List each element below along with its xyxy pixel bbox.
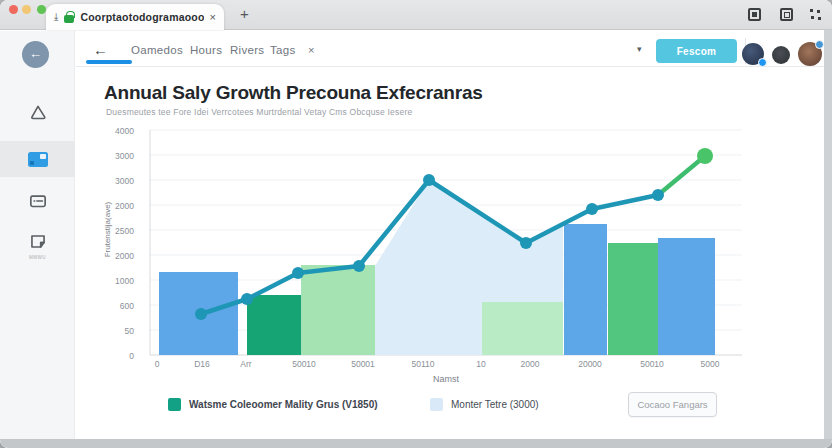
legend-label: Watsme Coleoomer Mality Grus (V1850) — [189, 399, 378, 410]
primary-action-button[interactable]: Fescom — [656, 39, 737, 63]
nav-item-rivers[interactable]: Rivers — [230, 44, 264, 56]
new-tab-button[interactable]: + — [240, 5, 249, 22]
y-tick-label: 3000 — [98, 151, 134, 161]
x-tick-label: 10 — [459, 359, 503, 369]
help-avatar-icon[interactable] — [772, 46, 790, 64]
tab-close-icon[interactable]: × — [210, 11, 216, 23]
y-tick-label: 1000 — [98, 276, 134, 286]
footer-action-button[interactable]: Cocaoo Fangars — [628, 392, 717, 417]
y-tick-label: 50 — [98, 326, 134, 336]
y-tick-label: 2500 — [98, 226, 134, 236]
x-tick-label: 50110 — [401, 359, 445, 369]
y-tick-label: 2000 — [98, 251, 134, 261]
window-restore-icon[interactable] — [748, 8, 761, 21]
legend-item[interactable]: Watsme Coleoomer Mality Grus (V1850) — [168, 398, 378, 411]
browser-chrome: ⤓ Coorptaotodogramaooona × + — [0, 0, 832, 30]
x-tick-label: 0 — [135, 359, 179, 369]
y-tick-label: 600 — [98, 301, 134, 311]
x-tick-label: Arr — [224, 359, 268, 369]
legend-swatch-icon — [168, 398, 181, 411]
user-avatar[interactable] — [742, 43, 764, 65]
x-tick-label: 2000 — [508, 359, 552, 369]
document-icon — [27, 231, 49, 253]
window-bottom-edge — [0, 439, 832, 448]
x-tick-label: 5000 — [688, 359, 732, 369]
left-sidebar: ← MMWU — [0, 31, 75, 440]
nav-item-tags[interactable]: Tags — [270, 44, 296, 56]
y-tick-label: 4000 — [98, 126, 134, 136]
page-title: Annual Saly Growth Precouna Exfecranras — [104, 82, 483, 104]
x-tick-label: 50010 — [630, 359, 674, 369]
nav-item-hours[interactable]: Hours — [190, 44, 222, 56]
tab-title: Coorptaotodogramaooona — [80, 11, 203, 23]
y-tick-label: 3000 — [98, 176, 134, 186]
sidebar-item-document[interactable]: MMWU — [0, 227, 75, 263]
zoom-window-button[interactable] — [37, 5, 46, 14]
legend-item[interactable]: Monter Tetre (3000) — [430, 398, 539, 411]
status-badge — [815, 40, 824, 49]
sidebar-item-media-active[interactable] — [0, 141, 75, 177]
x-axis-title: Namst — [150, 374, 742, 384]
y-tick-label: 0 — [98, 351, 134, 361]
browser-tab[interactable]: ⤓ Coorptaotodogramaooona × — [46, 4, 224, 30]
sidebar-item-card[interactable] — [0, 183, 75, 219]
window-menu-icon[interactable] — [810, 9, 822, 21]
minimize-window-button[interactable] — [22, 5, 31, 14]
browser-window: ⤓ Coorptaotodogramaooona × + ← — [0, 0, 832, 448]
back-circle-button[interactable]: ← — [22, 41, 49, 68]
media-folder-icon — [28, 152, 48, 167]
window-right-edge — [824, 30, 832, 440]
x-tick-label: 20000 — [568, 359, 612, 369]
card-icon — [27, 190, 49, 212]
legend-label: Monter Tetre (3000) — [451, 399, 539, 410]
chart-plot — [150, 130, 742, 355]
y-tick-label: 2000 — [98, 201, 134, 211]
active-tab-underline — [86, 60, 132, 64]
nav-item-oamedos[interactable]: Oamedos — [131, 44, 183, 56]
x-tick-label: 50010 — [282, 359, 326, 369]
page-subtitle: Duesmeutes tee Fore Idei Verrcotees Murt… — [106, 107, 412, 117]
funnel-icon — [27, 102, 49, 124]
legend-swatch-icon — [430, 398, 443, 411]
x-tick-label: D16 — [180, 359, 224, 369]
x-tick-label: 50001 — [341, 359, 385, 369]
download-icon: ⤓ — [54, 12, 58, 22]
profile-avatar[interactable] — [798, 42, 822, 66]
header-divider-line — [76, 66, 824, 67]
secure-lock-icon — [64, 15, 74, 23]
window-maximize-icon[interactable] — [780, 8, 793, 21]
sidebar-item-funnel[interactable] — [0, 95, 75, 131]
nav-close-icon[interactable]: × — [308, 44, 314, 56]
nav-back-arrow[interactable]: ← — [93, 41, 108, 58]
chevron-down-icon[interactable]: ▾ — [637, 44, 642, 54]
sidebar-item-label: MMWU — [29, 255, 46, 260]
close-window-button[interactable] — [9, 5, 18, 14]
